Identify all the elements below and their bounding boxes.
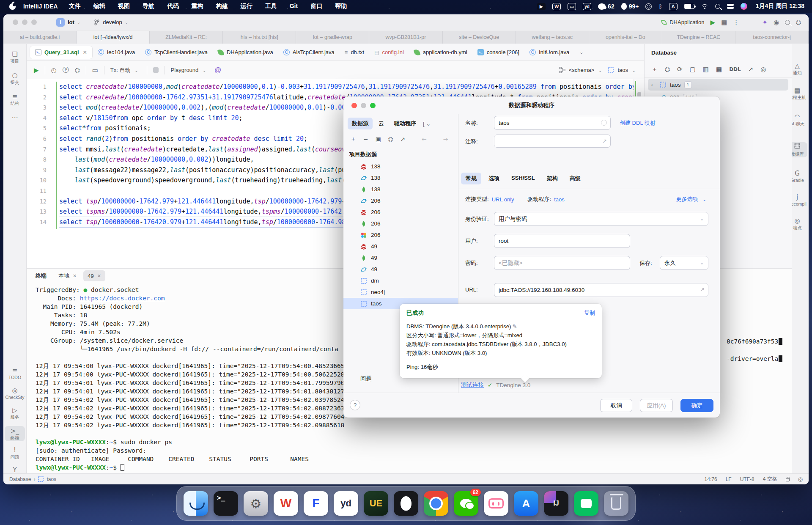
schema-selector[interactable]: <schema> ⌄ [569, 67, 605, 73]
playground-dropdown[interactable]: Playground ⌄ [171, 67, 209, 73]
data-source-item[interactable]: dm [343, 275, 458, 286]
editor-tab[interactable]: >_console [206] [472, 46, 524, 59]
siri-icon[interactable] [741, 3, 747, 10]
forward-icon[interactable]: → [443, 136, 448, 143]
close-tab-icon[interactable]: ✕ [97, 273, 101, 279]
menu-item[interactable]: 运行 [241, 3, 252, 10]
vcs-branch-widget[interactable]: develop ⌄ [94, 19, 131, 25]
data-source-item[interactable]: 138 [343, 172, 458, 184]
add-icon[interactable]: ＋ [651, 65, 658, 73]
menu-item[interactable]: 工具 [265, 3, 277, 10]
run-configuration-selector[interactable]: DHApplication [661, 19, 704, 25]
edit-pencil-icon[interactable]: ✎ [513, 323, 517, 330]
settings-icon[interactable]: ⛭ [388, 136, 393, 143]
window-tab[interactable]: site – DeviceQue [443, 31, 516, 44]
layout-icon[interactable]: ▭ [92, 66, 98, 74]
new-query-console-icon[interactable]: ▦ [716, 66, 722, 73]
menu-clock[interactable]: 1月4日 周日 12:38 [756, 3, 804, 10]
window-tab[interactable]: ai – build.gradle.i [3, 31, 77, 44]
cancel-button[interactable]: 取消 [600, 399, 632, 412]
expand-icon[interactable]: ↗ [602, 138, 607, 144]
finder-dock-icon[interactable] [184, 491, 208, 516]
editor-tab[interactable]: >_Query_31.sql✕ [30, 46, 93, 59]
settings-icon[interactable]: ⛭ [796, 19, 801, 26]
window-tab[interactable]: his – his.txt [his] [223, 31, 296, 44]
url-input[interactable] [494, 283, 708, 297]
data-source-item[interactable]: 49 [343, 252, 458, 264]
window-tab[interactable]: iot [~/idea/lywx/d [77, 31, 150, 44]
menu-item[interactable]: 代码 [167, 3, 179, 10]
history-icon[interactable]: ◴ [51, 66, 57, 74]
password-input[interactable] [494, 256, 630, 270]
data-source-item[interactable]: 138 [343, 184, 458, 195]
app-menu-title[interactable]: IntelliJ IDEA [23, 3, 58, 10]
data-source-item[interactable]: 206 [343, 229, 458, 241]
qq-dock-icon[interactable] [394, 491, 418, 516]
window-tab[interactable]: ZLMediaKit – RE: [150, 31, 223, 44]
sidebar-item-more[interactable]: ⋯ [5, 113, 25, 122]
search-everywhere-icon[interactable] [785, 20, 790, 25]
menu-item[interactable]: Git [290, 3, 298, 10]
user-input[interactable] [494, 234, 630, 248]
menu-item[interactable]: 视图 [118, 3, 130, 10]
control-center-icon[interactable] [727, 3, 734, 9]
terminal-tab[interactable]: 49✕ [83, 270, 105, 281]
ok-button[interactable]: 确定 [680, 399, 713, 412]
form-tab-高级[interactable]: 高级 [565, 173, 585, 184]
attach-session-icon[interactable]: ▥ [703, 66, 709, 73]
editor-tab[interactable]: ▤config.ini [369, 46, 409, 59]
data-source-properties-icon[interactable]: ⛭ [665, 66, 670, 73]
name-input[interactable] [494, 116, 611, 130]
close-window-button[interactable] [13, 19, 18, 25]
breadcrumb-root[interactable]: Database [9, 476, 31, 482]
info-icon[interactable]: ◎ [798, 476, 803, 482]
file-encoding[interactable]: UTF-8 [740, 476, 754, 482]
editor-tab[interactable]: CAisTcpClient.java [278, 46, 340, 59]
input-method-icon[interactable]: A [669, 3, 678, 10]
sidebar-item-problems[interactable]: !问题 [5, 446, 25, 459]
chrome-dock-icon[interactable] [424, 491, 448, 516]
form-tab-选项[interactable]: 选项 [484, 173, 504, 184]
test-connection-link[interactable]: 测试连接 [461, 381, 484, 389]
editor-tab[interactable]: CTcpClientHandler.java [140, 46, 213, 59]
kebab-menu-icon[interactable]: ⋮ [733, 19, 739, 26]
close-tab-icon[interactable]: ✕ [83, 49, 87, 55]
data-source-item[interactable]: 206 [343, 218, 458, 229]
hidden-tabs-chevron-icon[interactable]: ⌄ [574, 46, 588, 59]
sidebar-item-structure[interactable]: ≡结构 [5, 92, 25, 106]
dialog-tab-2[interactable]: 云 [374, 118, 388, 129]
apple-menu-icon[interactable] [9, 3, 16, 10]
appstore-dock-icon[interactable]: A [514, 491, 538, 516]
sidebar-item-terminal[interactable]: >_终端 [5, 426, 25, 441]
window-tab[interactable]: wvp-GB281B1-pr [369, 31, 442, 44]
data-source-item[interactable]: 49 [343, 264, 458, 275]
sidebar-item-commit[interactable]: ○提交 [5, 71, 25, 85]
menu-item[interactable]: 编辑 [93, 3, 105, 10]
breadcrumb-leaf[interactable]: taos [47, 476, 56, 482]
terminal-dock-icon[interactable]: >_ [214, 491, 238, 516]
menu-item[interactable]: 导航 [143, 3, 154, 10]
code-with-me-icon[interactable]: ◉ [774, 19, 779, 26]
run-button[interactable]: ▶ [710, 19, 716, 26]
more-run-options-icon[interactable]: ▦ [721, 19, 727, 26]
code-line[interactable]: select createdate/100000000,mod(createda… [59, 82, 634, 92]
bilibili-dock-icon[interactable] [484, 491, 508, 516]
intellij-dock-icon[interactable]: IJ [544, 491, 568, 516]
help-button[interactable]: ? [350, 400, 360, 410]
copy-link[interactable]: 复制 [584, 309, 595, 317]
battery-icon[interactable] [684, 4, 694, 9]
problems-link[interactable]: 问题 [360, 375, 372, 382]
navigate-icon[interactable]: ↗ [748, 66, 754, 73]
tree-chevron-icon[interactable]: › [651, 82, 656, 87]
project-name[interactable]: iot [68, 19, 74, 25]
ai-prompt-icon[interactable]: @ [214, 66, 221, 74]
menu-item[interactable]: 重构 [192, 3, 203, 10]
driver-value[interactable]: taos [554, 196, 565, 203]
window-tab[interactable]: TDengine – REAC [662, 31, 735, 44]
terminal-output[interactable]: TriggeredBy: ● docker.socket Docs: https… [36, 286, 344, 472]
execute-button[interactable]: ▶ [34, 66, 39, 74]
back-icon[interactable]: ← [422, 136, 427, 143]
more-options-link[interactable]: 更多选项⌄ [676, 195, 709, 203]
youdao-tray-icon[interactable]: yd [583, 3, 591, 10]
cancel-query-icon[interactable]: ▢ [690, 66, 696, 73]
